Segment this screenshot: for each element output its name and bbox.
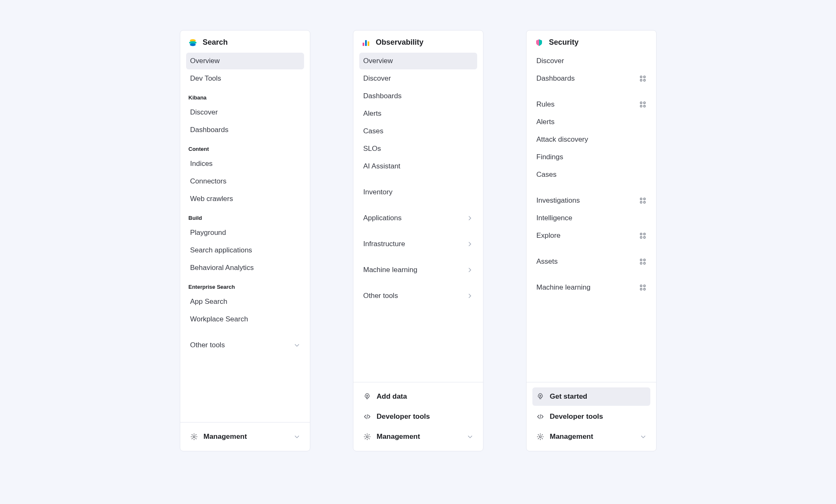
chevron-right-icon <box>467 293 473 299</box>
chevron-right-icon <box>467 267 473 273</box>
footer-item-developer-tools[interactable]: Developer tools <box>532 407 650 426</box>
nav-item-label: Applications <box>363 214 467 222</box>
nav-item-label: Machine learning <box>537 283 639 292</box>
nav-item-intelligence[interactable]: Intelligence <box>532 210 650 227</box>
nav-item-dashboards[interactable]: Dashboards <box>186 122 304 138</box>
chevron-right-icon <box>467 241 473 247</box>
grid-icon <box>639 258 646 265</box>
footer-item-get-started[interactable]: Get started <box>532 387 650 406</box>
nav-item-infrastructure[interactable]: Infrastructure <box>359 236 477 252</box>
svg-rect-18 <box>640 201 642 203</box>
nav-item-cases[interactable]: Cases <box>359 123 477 140</box>
nav-item-label: Cases <box>363 127 473 135</box>
svg-rect-31 <box>644 288 645 290</box>
chevron-right-icon <box>467 215 473 221</box>
nav-item-workplace-search[interactable]: Workplace Search <box>186 311 304 328</box>
nav-item-findings[interactable]: Findings <box>532 149 650 165</box>
nav-item-dev-tools[interactable]: Dev Tools <box>186 70 304 87</box>
nav-item-label: Dashboards <box>363 92 473 100</box>
svg-rect-11 <box>644 79 645 81</box>
svg-rect-27 <box>644 262 645 264</box>
nav-item-explore[interactable]: Explore <box>532 227 650 244</box>
section-label: Content <box>186 139 304 155</box>
nav-item-other-tools[interactable]: Other tools <box>359 288 477 304</box>
nav-item-dashboards[interactable]: Dashboards <box>532 70 650 87</box>
nav-item-label: Discover <box>363 74 473 83</box>
nav-item-attack-discovery[interactable]: Attack discovery <box>532 131 650 148</box>
panel-body: DiscoverDashboardsRulesAlertsAttack disc… <box>527 51 656 382</box>
nav-item-label: SLOs <box>363 145 473 153</box>
nav-item-dashboards[interactable]: Dashboards <box>359 88 477 104</box>
nav-item-app-search[interactable]: App Search <box>186 293 304 310</box>
nav-item-assets[interactable]: Assets <box>532 253 650 270</box>
footer-item-developer-tools[interactable]: Developer tools <box>359 407 477 426</box>
chevron-right-icon <box>467 267 473 273</box>
grid-icon <box>639 232 646 239</box>
nav-item-label: Discover <box>190 108 300 117</box>
chevron-down-icon <box>467 434 473 440</box>
elastic-logo-icon <box>189 38 197 47</box>
chevron-down-icon <box>294 434 300 440</box>
grid-icon <box>639 197 646 204</box>
panel-title: Observability <box>376 38 424 47</box>
nav-item-playground[interactable]: Playground <box>186 224 304 241</box>
nav-item-rules[interactable]: Rules <box>532 96 650 113</box>
footer-item-label: Developer tools <box>550 412 646 421</box>
nav-item-web-crawlers[interactable]: Web crawlers <box>186 191 304 207</box>
nav-item-discover[interactable]: Discover <box>532 53 650 69</box>
nav-item-label: Investigations <box>537 196 639 205</box>
footer-item-add-data[interactable]: Add data <box>359 387 477 406</box>
nav-item-label: Search applications <box>190 246 300 255</box>
nav-item-indices[interactable]: Indices <box>186 155 304 172</box>
nav-item-cases[interactable]: Cases <box>532 166 650 183</box>
nav-item-investigations[interactable]: Investigations <box>532 192 650 209</box>
nav-item-machine-learning[interactable]: Machine learning <box>532 279 650 296</box>
panel-footer: Get startedDeveloper toolsManagement <box>527 382 656 451</box>
section-spacer <box>532 245 650 252</box>
nav-item-label: Workplace Search <box>190 315 300 323</box>
nav-item-ai-assistant[interactable]: AI Assistant <box>359 158 477 175</box>
nav-item-machine-learning[interactable]: Machine learning <box>359 262 477 278</box>
panel-footer: Management <box>180 422 310 451</box>
nav-item-slos[interactable]: SLOs <box>359 140 477 157</box>
nav-item-label: Behavioral Analytics <box>190 264 300 272</box>
panel-observability: ObservabilityOverviewDiscoverDashboardsA… <box>353 30 483 451</box>
nav-item-search-applications[interactable]: Search applications <box>186 242 304 259</box>
svg-point-2 <box>190 43 196 46</box>
security-logo-icon <box>535 38 543 47</box>
svg-rect-16 <box>640 198 642 200</box>
svg-rect-4 <box>363 43 364 46</box>
observability-logo-icon <box>362 38 370 47</box>
grid-icon <box>639 258 646 265</box>
chevron-down-icon <box>640 434 646 440</box>
footer-item-management[interactable]: Management <box>359 428 477 446</box>
nav-item-overview[interactable]: Overview <box>359 53 477 69</box>
elastic-logo-icon <box>189 38 197 47</box>
footer-item-management[interactable]: Management <box>532 428 650 446</box>
grid-icon <box>639 75 646 82</box>
nav-item-alerts[interactable]: Alerts <box>532 114 650 130</box>
gear-icon <box>363 433 371 440</box>
gear-icon <box>537 433 544 440</box>
svg-rect-8 <box>640 76 642 78</box>
panel-title: Security <box>549 38 579 47</box>
nav-item-connectors[interactable]: Connectors <box>186 173 304 190</box>
nav-item-inventory[interactable]: Inventory <box>359 184 477 201</box>
svg-rect-23 <box>644 237 645 238</box>
chevron-right-icon <box>467 241 473 247</box>
nav-item-overview[interactable]: Overview <box>186 53 304 69</box>
nav-item-label: Discover <box>537 57 646 65</box>
security-logo-icon <box>535 38 543 47</box>
footer-item-management[interactable]: Management <box>186 428 304 446</box>
section-label: Kibana <box>186 88 304 103</box>
nav-item-label: Infrastructure <box>363 240 467 248</box>
nav-item-discover[interactable]: Discover <box>359 70 477 87</box>
panel-title: Search <box>203 38 228 47</box>
grid-icon <box>639 101 646 108</box>
nav-item-applications[interactable]: Applications <box>359 210 477 227</box>
nav-item-behavioral-analytics[interactable]: Behavioral Analytics <box>186 260 304 276</box>
nav-item-alerts[interactable]: Alerts <box>359 105 477 122</box>
nav-item-discover[interactable]: Discover <box>186 104 304 121</box>
nav-item-other-tools[interactable]: Other tools <box>186 337 304 354</box>
section-spacer <box>359 201 477 209</box>
